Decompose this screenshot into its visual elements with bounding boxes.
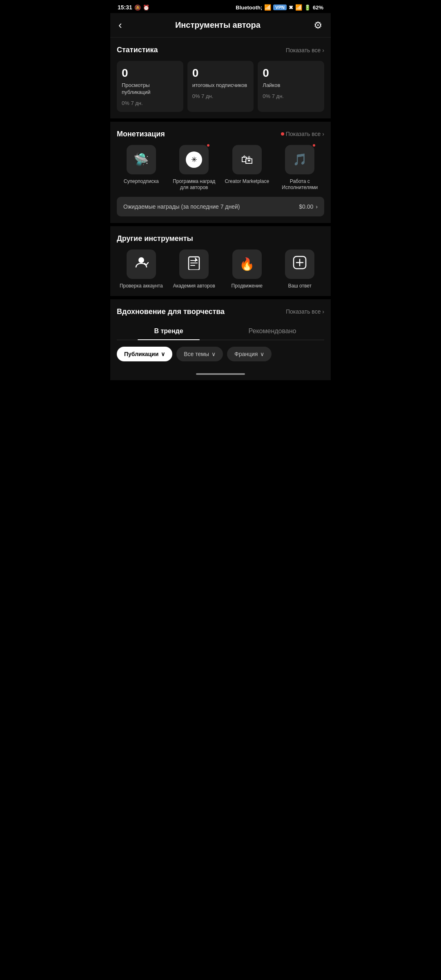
performers-label: Работа с Исполнителями <box>276 178 325 191</box>
mono-item-super[interactable]: 🛸 Суперподписка <box>117 145 166 191</box>
battery-level: 62% <box>313 4 323 11</box>
academy-label: Академия авторов <box>173 283 215 290</box>
chevron-right-icon: › <box>322 47 324 53</box>
status-bar: 15:31 🔕 ⏰ Bluetooth; 📶 VPN ✖ 📶 🔋 62% <box>110 0 331 13</box>
mono-item-performers[interactable]: 🎵 Работа с Исполнителями <box>276 145 325 191</box>
other-tools-header: Другие инструменты <box>117 234 324 243</box>
chevron-down-icon: ∨ <box>161 351 165 357</box>
stat-card-views: 0 Просмотры публикаций 0% 7 дн. <box>117 61 183 112</box>
stat-subs-number: 0 <box>192 67 249 80</box>
stat-views-number: 0 <box>122 67 178 80</box>
inspiration-title: Вдохновение для творчества <box>117 307 225 316</box>
stat-views-change: 0% 7 дн. <box>122 100 178 106</box>
header: ‹ Инструменты автора ⚙ <box>110 13 331 38</box>
monetization-title: Монетизация <box>117 130 165 138</box>
status-time: 15:31 <box>118 4 132 11</box>
stat-subs-change: 0% 7 дн. <box>192 93 249 99</box>
academy-icon <box>187 255 201 273</box>
academy-icon-wrap <box>179 249 209 279</box>
reward-bar[interactable]: Ожидаемые награды (за последние 7 дней) … <box>117 197 324 216</box>
filter-pill-topics[interactable]: Все темы ∨ <box>176 347 223 361</box>
monetization-header: Монетизация Показать все › <box>117 130 324 138</box>
tool-item-academy[interactable]: Академия авторов <box>170 249 219 290</box>
other-tools-title: Другие инструменты <box>117 234 193 243</box>
chevron-right-icon: › <box>322 131 324 137</box>
super-label: Суперподписка <box>124 178 159 185</box>
statistics-section: Статистика Показать все › 0 Просмотры пу… <box>110 38 331 118</box>
monetization-section: Монетизация Показать все › 🛸 Суперподпис… <box>110 122 331 223</box>
stats-row: 0 Просмотры публикаций 0% 7 дн. 0 итогов… <box>117 61 324 112</box>
rewards-icon-wrap: ✳ <box>179 145 209 174</box>
inspiration-show-all[interactable]: Показать все › <box>286 308 324 315</box>
mute-icon: 🔕 <box>134 4 141 11</box>
rewards-label: Программа наград для авторов <box>170 178 219 191</box>
stat-likes-label: Лайков <box>263 82 319 89</box>
chevron-right-icon: › <box>322 308 324 315</box>
mono-item-rewards[interactable]: ✳ Программа наград для авторов <box>170 145 219 191</box>
filter-pill-country[interactable]: Франция ∨ <box>227 347 272 361</box>
chevron-down-icon: ∨ <box>212 351 216 357</box>
mono-item-marketplace[interactable]: 🛍 Creator Marketplace <box>223 145 272 191</box>
bluetooth-symbol: 📶 <box>264 4 271 11</box>
verify-account-icon <box>134 255 149 273</box>
statistics-header: Статистика Показать все › <box>117 46 324 54</box>
stat-views-label: Просмотры публикаций <box>122 82 178 96</box>
bottom-bar <box>110 368 331 380</box>
performers-icon-wrap: 🎵 <box>285 145 314 174</box>
chevron-down-icon: ∨ <box>260 351 264 357</box>
home-indicator <box>196 373 245 375</box>
back-button[interactable]: ‹ <box>118 19 122 31</box>
status-left: 15:31 🔕 ⏰ <box>118 4 149 11</box>
performers-icon: 🎵 <box>293 153 307 166</box>
stat-likes-number: 0 <box>263 67 319 80</box>
tool-item-promote[interactable]: 🔥 Продвижение <box>223 249 272 290</box>
inspiration-header: Вдохновение для творчества Показать все … <box>117 307 324 316</box>
tools-grid: Проверка аккаунта Академия авторов 🔥 <box>117 249 324 290</box>
battery-icon: 🔋 <box>304 4 311 11</box>
other-tools-section: Другие инструменты Проверка аккаунта <box>110 226 331 296</box>
tool-item-verify[interactable]: Проверка аккаунта <box>117 249 166 290</box>
reward-bar-label: Ожидаемые награды (за последние 7 дней) <box>123 203 240 210</box>
answer-icon <box>292 255 307 273</box>
svg-point-2 <box>138 257 144 263</box>
promote-icon: 🔥 <box>239 257 254 271</box>
page-title: Инструменты автора <box>175 20 261 30</box>
notification-dot <box>281 132 284 136</box>
performers-notification-dot <box>312 143 316 147</box>
settings-button[interactable]: ⚙ <box>314 20 323 31</box>
tab-trending[interactable]: В тренде <box>117 323 220 340</box>
marketplace-icon-wrap: 🛍 <box>232 145 262 174</box>
svg-text:✳: ✳ <box>191 156 197 164</box>
inspiration-tabs: В тренде Рекомендовано <box>117 323 324 340</box>
tab-recommended[interactable]: Рекомендовано <box>220 323 324 340</box>
supersubscription-icon: 🛸 <box>134 152 149 167</box>
super-icon-wrap: 🛸 <box>127 145 156 174</box>
bluetooth-icon: Bluetooth; <box>236 4 262 11</box>
marketplace-label: Creator Marketplace <box>225 178 269 185</box>
reward-bar-value: $0.00 › <box>299 203 318 210</box>
verify-icon-wrap <box>127 249 156 279</box>
monetization-show-all[interactable]: Показать все › <box>281 131 324 137</box>
statistics-show-all[interactable]: Показать все › <box>286 47 324 53</box>
statistics-title: Статистика <box>117 46 158 54</box>
stat-subs-label: итоговых подписчиков <box>192 82 249 89</box>
monetization-grid: 🛸 Суперподписка ✳ Программа наград для а… <box>117 145 324 191</box>
status-right: Bluetooth; 📶 VPN ✖ 📶 🔋 62% <box>236 4 323 11</box>
rewards-notification-dot <box>206 143 210 147</box>
stat-card-likes: 0 Лайков 0% 7 дн. <box>258 61 324 112</box>
tool-item-answer[interactable]: Ваш ответ <box>276 249 325 290</box>
rewards-icon: ✳ <box>186 151 202 168</box>
inspiration-section: Вдохновение для творчества Показать все … <box>110 299 331 368</box>
vpn-badge: VPN <box>273 4 287 10</box>
stat-likes-change: 0% 7 дн. <box>263 93 319 99</box>
answer-label: Ваш ответ <box>288 283 312 290</box>
filter-pill-posts[interactable]: Публикации ∨ <box>117 347 172 361</box>
verify-label: Проверка аккаунта <box>120 283 163 290</box>
answer-icon-wrap <box>285 249 314 279</box>
promote-label: Продвижение <box>232 283 263 290</box>
sim-icon: ✖ <box>289 4 293 11</box>
wifi-icon: 📶 <box>295 4 302 11</box>
stat-card-subscribers: 0 итоговых подписчиков 0% 7 дн. <box>187 61 254 112</box>
chevron-right-icon: › <box>316 203 318 210</box>
marketplace-icon: 🛍 <box>241 153 253 167</box>
